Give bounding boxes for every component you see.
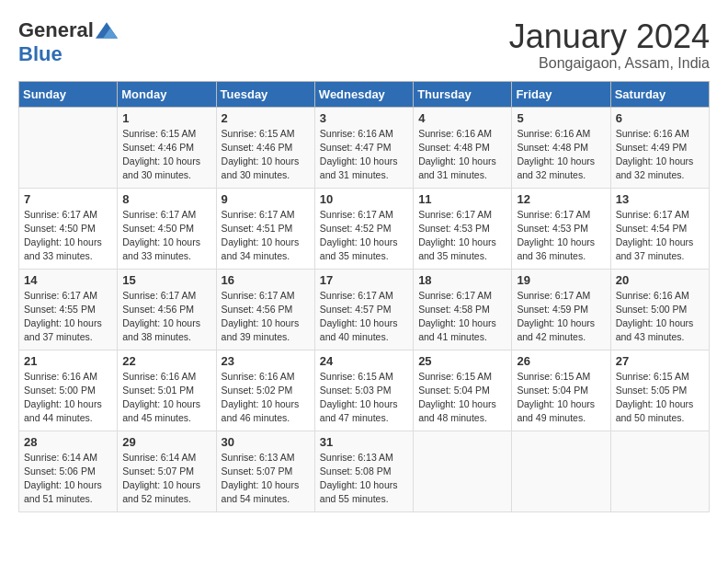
- week-row-1: 1Sunrise: 6:15 AMSunset: 4:46 PMDaylight…: [19, 107, 710, 188]
- day-info: Sunrise: 6:17 AMSunset: 4:55 PMDaylight:…: [24, 289, 112, 345]
- day-info: Sunrise: 6:15 AMSunset: 5:04 PMDaylight:…: [418, 370, 506, 426]
- calendar-cell: 15Sunrise: 6:17 AMSunset: 4:56 PMDayligh…: [118, 269, 216, 350]
- calendar-cell: 23Sunrise: 6:16 AMSunset: 5:02 PMDayligh…: [216, 350, 314, 431]
- calendar-cell: 8Sunrise: 6:17 AMSunset: 4:50 PMDaylight…: [118, 188, 216, 269]
- week-row-3: 14Sunrise: 6:17 AMSunset: 4:55 PMDayligh…: [19, 269, 710, 350]
- calendar-cell: 7Sunrise: 6:17 AMSunset: 4:50 PMDaylight…: [19, 188, 118, 269]
- day-info: Sunrise: 6:17 AMSunset: 4:53 PMDaylight:…: [517, 208, 605, 264]
- day-number: 10: [320, 192, 408, 206]
- day-info: Sunrise: 6:16 AMSunset: 4:48 PMDaylight:…: [517, 127, 605, 183]
- day-number: 9: [222, 192, 310, 206]
- day-number: 29: [122, 435, 210, 449]
- day-info: Sunrise: 6:13 AMSunset: 5:08 PMDaylight:…: [320, 451, 408, 507]
- day-number: 30: [222, 435, 310, 449]
- day-number: 8: [122, 192, 210, 206]
- day-info: Sunrise: 6:16 AMSunset: 5:01 PMDaylight:…: [122, 370, 210, 426]
- calendar-cell: 6Sunrise: 6:16 AMSunset: 4:49 PMDaylight…: [610, 107, 709, 188]
- calendar-table: SundayMondayTuesdayWednesdayThursdayFrid…: [18, 81, 710, 512]
- day-number: 18: [418, 273, 506, 287]
- week-row-5: 28Sunrise: 6:14 AMSunset: 5:06 PMDayligh…: [19, 431, 710, 511]
- calendar-cell: 4Sunrise: 6:16 AMSunset: 4:48 PMDaylight…: [414, 107, 512, 188]
- day-info: Sunrise: 6:17 AMSunset: 4:58 PMDaylight:…: [418, 289, 506, 345]
- day-info: Sunrise: 6:17 AMSunset: 4:52 PMDaylight:…: [320, 208, 408, 264]
- day-number: 17: [320, 273, 408, 287]
- calendar-cell: 9Sunrise: 6:17 AMSunset: 4:51 PMDaylight…: [216, 188, 314, 269]
- logo-icon: [96, 21, 118, 40]
- column-header-friday: Friday: [512, 81, 610, 107]
- calendar-cell: 21Sunrise: 6:16 AMSunset: 5:00 PMDayligh…: [19, 350, 118, 431]
- header-row: SundayMondayTuesdayWednesdayThursdayFrid…: [19, 81, 710, 107]
- calendar-cell: 29Sunrise: 6:14 AMSunset: 5:07 PMDayligh…: [118, 431, 216, 511]
- calendar-cell: 30Sunrise: 6:13 AMSunset: 5:07 PMDayligh…: [216, 431, 314, 511]
- calendar-cell: 27Sunrise: 6:15 AMSunset: 5:05 PMDayligh…: [610, 350, 709, 431]
- calendar-cell: [414, 431, 512, 511]
- day-info: Sunrise: 6:14 AMSunset: 5:07 PMDaylight:…: [122, 451, 210, 507]
- day-number: 31: [320, 435, 408, 449]
- logo: General Blue: [18, 18, 118, 66]
- day-number: 25: [418, 354, 506, 368]
- day-number: 6: [616, 111, 704, 125]
- calendar-cell: 24Sunrise: 6:15 AMSunset: 5:03 PMDayligh…: [314, 350, 413, 431]
- day-info: Sunrise: 6:15 AMSunset: 4:46 PMDaylight:…: [222, 127, 310, 183]
- logo-general-text: General: [18, 18, 94, 42]
- calendar-cell: 22Sunrise: 6:16 AMSunset: 5:01 PMDayligh…: [118, 350, 216, 431]
- day-number: 3: [320, 111, 408, 125]
- day-number: 24: [320, 354, 408, 368]
- calendar-cell: 16Sunrise: 6:17 AMSunset: 4:56 PMDayligh…: [216, 269, 314, 350]
- title-block: January 2024 Bongaigaon, Assam, India: [509, 18, 710, 72]
- calendar-cell: 5Sunrise: 6:16 AMSunset: 4:48 PMDaylight…: [512, 107, 610, 188]
- day-info: Sunrise: 6:16 AMSunset: 5:00 PMDaylight:…: [616, 289, 704, 345]
- calendar-cell: 19Sunrise: 6:17 AMSunset: 4:59 PMDayligh…: [512, 269, 610, 350]
- calendar-cell: 2Sunrise: 6:15 AMSunset: 4:46 PMDaylight…: [216, 107, 314, 188]
- day-number: 23: [222, 354, 310, 368]
- day-info: Sunrise: 6:17 AMSunset: 4:57 PMDaylight:…: [320, 289, 408, 345]
- calendar-cell: 26Sunrise: 6:15 AMSunset: 5:04 PMDayligh…: [512, 350, 610, 431]
- calendar-cell: 3Sunrise: 6:16 AMSunset: 4:47 PMDaylight…: [314, 107, 413, 188]
- calendar-cell: 13Sunrise: 6:17 AMSunset: 4:54 PMDayligh…: [610, 188, 709, 269]
- day-number: 14: [24, 273, 112, 287]
- calendar-cell: 28Sunrise: 6:14 AMSunset: 5:06 PMDayligh…: [19, 431, 118, 511]
- day-info: Sunrise: 6:16 AMSunset: 4:49 PMDaylight:…: [616, 127, 704, 183]
- day-info: Sunrise: 6:16 AMSunset: 4:47 PMDaylight:…: [320, 127, 408, 183]
- calendar-cell: 1Sunrise: 6:15 AMSunset: 4:46 PMDaylight…: [118, 107, 216, 188]
- calendar-cell: [610, 431, 709, 511]
- day-number: 19: [517, 273, 605, 287]
- day-number: 11: [418, 192, 506, 206]
- day-number: 13: [616, 192, 704, 206]
- calendar-cell: [19, 107, 118, 188]
- calendar-cell: 31Sunrise: 6:13 AMSunset: 5:08 PMDayligh…: [314, 431, 413, 511]
- day-number: 26: [517, 354, 605, 368]
- calendar-cell: [512, 431, 610, 511]
- calendar-cell: 20Sunrise: 6:16 AMSunset: 5:00 PMDayligh…: [610, 269, 709, 350]
- day-number: 20: [616, 273, 704, 287]
- calendar-cell: 10Sunrise: 6:17 AMSunset: 4:52 PMDayligh…: [314, 188, 413, 269]
- logo-blue-text: Blue: [18, 42, 63, 65]
- day-info: Sunrise: 6:17 AMSunset: 4:54 PMDaylight:…: [616, 208, 704, 264]
- day-number: 12: [517, 192, 605, 206]
- day-info: Sunrise: 6:17 AMSunset: 4:51 PMDaylight:…: [222, 208, 310, 264]
- calendar-cell: 12Sunrise: 6:17 AMSunset: 4:53 PMDayligh…: [512, 188, 610, 269]
- week-row-4: 21Sunrise: 6:16 AMSunset: 5:00 PMDayligh…: [19, 350, 710, 431]
- day-number: 22: [122, 354, 210, 368]
- day-number: 27: [616, 354, 704, 368]
- day-info: Sunrise: 6:14 AMSunset: 5:06 PMDaylight:…: [24, 451, 112, 507]
- day-number: 5: [517, 111, 605, 125]
- day-number: 15: [122, 273, 210, 287]
- day-info: Sunrise: 6:17 AMSunset: 4:53 PMDaylight:…: [418, 208, 506, 264]
- day-info: Sunrise: 6:17 AMSunset: 4:50 PMDaylight:…: [24, 208, 112, 264]
- day-info: Sunrise: 6:13 AMSunset: 5:07 PMDaylight:…: [222, 451, 310, 507]
- day-number: 16: [222, 273, 310, 287]
- day-number: 1: [122, 111, 210, 125]
- column-header-wednesday: Wednesday: [314, 81, 413, 107]
- day-info: Sunrise: 6:16 AMSunset: 4:48 PMDaylight:…: [418, 127, 506, 183]
- day-number: 2: [222, 111, 310, 125]
- day-info: Sunrise: 6:16 AMSunset: 5:00 PMDaylight:…: [24, 370, 112, 426]
- calendar-cell: 25Sunrise: 6:15 AMSunset: 5:04 PMDayligh…: [414, 350, 512, 431]
- location-text: Bongaigaon, Assam, India: [509, 55, 710, 72]
- day-number: 21: [24, 354, 112, 368]
- page-header: General Blue January 2024 Bongaigaon, As…: [18, 18, 710, 72]
- calendar-cell: 17Sunrise: 6:17 AMSunset: 4:57 PMDayligh…: [314, 269, 413, 350]
- day-number: 7: [24, 192, 112, 206]
- day-number: 28: [24, 435, 112, 449]
- day-number: 4: [418, 111, 506, 125]
